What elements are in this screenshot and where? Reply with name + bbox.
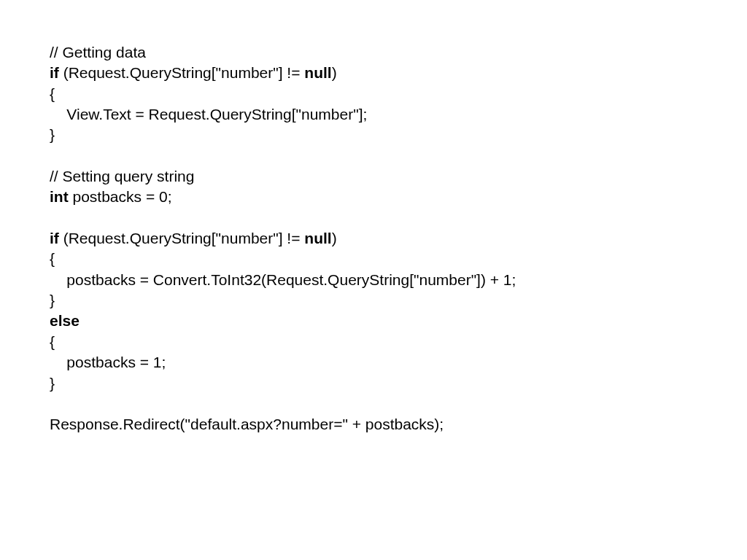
keyword-if: if	[50, 64, 59, 81]
code-line: }	[50, 125, 747, 145]
code-line: {	[50, 84, 747, 104]
code-line: if (Request.QueryString["number"] != nul…	[50, 228, 747, 249]
code-text: )	[332, 64, 337, 81]
keyword-int: int	[50, 188, 69, 205]
code-line: if (Request.QueryString["number"] != nul…	[50, 63, 747, 83]
code-line: Response.Redirect("default.aspx?number="…	[50, 414, 747, 435]
code-line: }	[50, 290, 747, 311]
keyword-if: if	[50, 230, 59, 246]
code-line: int postbacks = 0;	[50, 187, 747, 207]
keyword-null: null	[304, 64, 331, 81]
code-text: )	[332, 230, 337, 246]
keyword-else: else	[50, 312, 80, 329]
code-line: else	[50, 311, 747, 331]
code-line	[50, 394, 747, 414]
code-line	[50, 146, 747, 166]
code-line: {	[50, 332, 747, 352]
code-line: postbacks = 1;	[50, 352, 747, 373]
code-line	[50, 208, 747, 228]
code-line: // Setting query string	[50, 166, 747, 187]
code-line: postbacks = Convert.ToInt32(Request.Quer…	[50, 270, 747, 290]
code-line: {	[50, 249, 747, 269]
code-text: (Request.QueryString["number"] !=	[59, 230, 304, 246]
code-text: postbacks = 0;	[69, 188, 172, 205]
code-line: }	[50, 373, 747, 394]
code-snippet: // Getting dataif (Request.QueryString["…	[0, 0, 747, 435]
code-line: // Getting data	[50, 42, 747, 63]
code-line: View.Text = Request.QueryString["number"…	[50, 104, 747, 125]
keyword-null: null	[304, 230, 331, 246]
code-text: (Request.QueryString["number"] !=	[59, 64, 304, 81]
